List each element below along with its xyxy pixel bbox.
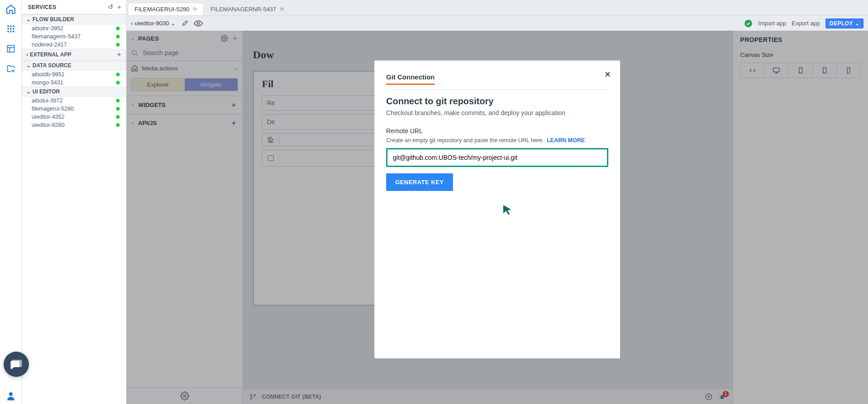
check-circle-icon [744, 19, 753, 28]
mouse-cursor-icon [501, 204, 513, 216]
svg-rect-3 [7, 28, 9, 29]
undo-icon[interactable]: ↺ [108, 3, 113, 11]
svg-rect-9 [7, 46, 14, 52]
main-area: FILEMAGERUI-5280⟳ FILEMANAGERNR-5437⟳ ‹ … [126, 0, 868, 404]
svc-item[interactable]: filemagerui-5280 [22, 105, 126, 113]
modal-overlay: ✕ Git Connection Connect to git reposito… [126, 31, 868, 404]
svc-item[interactable]: mongo-5431 [22, 79, 126, 87]
svc-item[interactable]: uieditor-4352 [22, 113, 126, 121]
chat-bubble-icon[interactable] [4, 352, 29, 377]
svg-point-16 [744, 19, 752, 27]
refresh-icon[interactable]: ⟳ [280, 6, 284, 12]
home-icon[interactable] [4, 2, 18, 16]
remote-url-hint: Create an empty git repository and paste… [386, 137, 544, 144]
learn-more-link[interactable]: LEARN MORE [547, 137, 585, 144]
svg-point-15 [197, 22, 200, 24]
eye-icon[interactable] [194, 19, 203, 28]
svc-group-flow-builder[interactable]: ⌄FLOW BUILDER [22, 14, 126, 24]
import-app-button[interactable]: Import app [758, 20, 786, 27]
svg-rect-1 [10, 26, 11, 27]
svg-rect-8 [13, 31, 14, 32]
svc-item[interactable]: aibotdb-9951 [22, 70, 126, 79]
git-connection-modal: ✕ Git Connection Connect to git reposito… [374, 60, 620, 358]
svc-item[interactable]: uieditor-8260 [22, 121, 126, 129]
tabs-bar: FILEMAGERUI-5280⟳ FILEMANAGERNR-5437⟳ [126, 0, 868, 15]
svg-point-14 [9, 392, 13, 396]
svc-item[interactable]: aibotui-3972 [22, 97, 126, 105]
chevron-down-icon: ⌄ [855, 20, 859, 27]
svc-item[interactable]: filemanagernr-5437 [22, 33, 126, 41]
services-title: SERVICES [28, 4, 56, 10]
svc-item[interactable]: aibotnr-3952 [22, 24, 126, 33]
svg-rect-5 [13, 28, 14, 29]
svg-rect-2 [13, 26, 14, 27]
modal-heading: Connect to git repository [386, 96, 608, 107]
tab-filemagerui[interactable]: FILEMAGERUI-5280⟳ [128, 3, 204, 15]
remote-url-label: Remote URL [386, 127, 608, 135]
svg-rect-6 [7, 31, 9, 32]
deploy-button[interactable]: DEPLOY⌄ [826, 19, 863, 28]
folder-add-icon[interactable] [4, 61, 18, 76]
svc-group-ui-editor[interactable]: ⌄UI EDITOR [22, 87, 126, 97]
nav-rail [0, 0, 22, 404]
user-icon[interactable] [3, 388, 19, 404]
edit-icon[interactable] [181, 20, 188, 27]
add-icon[interactable]: ＋ [116, 3, 122, 11]
toolbar: ‹ uieditor-9030 ⌄ Import app Export app … [126, 15, 868, 31]
add-icon[interactable]: ＋ [116, 51, 122, 59]
apps-icon[interactable] [4, 22, 18, 36]
close-icon[interactable]: ✕ [604, 70, 611, 79]
breadcrumb[interactable]: ‹ uieditor-9030 ⌄ [131, 20, 176, 27]
svc-group-data-source[interactable]: ⌄DATA SOURCE [22, 60, 126, 70]
svg-rect-4 [10, 28, 11, 29]
modal-tab-title: Git Connection [386, 73, 435, 85]
layout-icon[interactable] [4, 42, 18, 56]
remote-url-input[interactable] [386, 148, 608, 167]
tab-filemanagernr[interactable]: FILEMANAGERNR-5437⟳ [204, 3, 290, 15]
svg-rect-7 [10, 31, 11, 32]
export-app-button[interactable]: Export app [792, 20, 820, 27]
svc-item[interactable]: nodered-2417 [22, 41, 126, 49]
svc-group-external-app[interactable]: ›EXTERNAL APP＋ [22, 49, 126, 60]
svg-rect-0 [7, 26, 9, 27]
services-panel: SERVICES ↺ ＋ ⌄FLOW BUILDER aibotnr-3952 … [22, 0, 126, 404]
generate-key-button[interactable]: GENERATE KEY [386, 173, 453, 191]
refresh-icon[interactable]: ⟳ [193, 6, 197, 12]
modal-subtitle: Checkout branches, make commits, and dep… [386, 109, 608, 116]
chevron-down-icon[interactable]: ⌄ [171, 20, 176, 27]
